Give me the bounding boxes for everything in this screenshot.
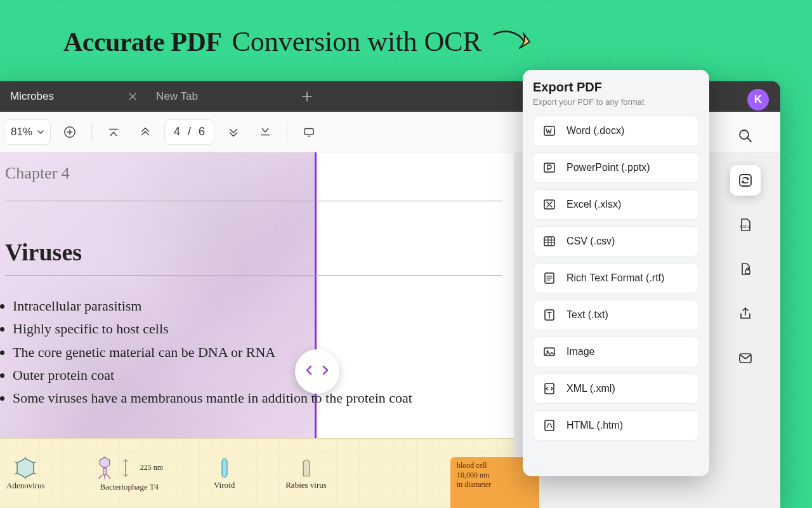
pdfa-button[interactable]: PDF/A: [730, 210, 761, 240]
svg-line-13: [107, 474, 110, 478]
svg-text:PDF/A: PDF/A: [740, 225, 751, 229]
export-option-html[interactable]: HTML (.htm): [533, 410, 699, 441]
excel-icon: [542, 197, 556, 211]
list-item: Outer protein coat: [13, 364, 502, 387]
export-list: Word (.docx) PowerPoint (.pptx) Excel (.…: [533, 116, 699, 441]
list-item: Highly specific to host cells: [13, 318, 502, 340]
svg-line-8: [15, 462, 17, 463]
svg-rect-19: [544, 237, 554, 246]
diagram-strip: Adenovirus 225 nm Bacteriophage T4 Viroi…: [0, 438, 514, 508]
diagram-rabies: Rabies virus: [285, 457, 327, 490]
diagram-viroid: Viroid: [214, 457, 235, 490]
share-button[interactable]: [730, 298, 761, 329]
next-page-button[interactable]: [221, 119, 246, 145]
hero-bold-text: Accurate PDF: [63, 27, 221, 57]
convert-button[interactable]: [730, 165, 761, 196]
avatar-letter: K: [754, 93, 762, 106]
mail-button[interactable]: [730, 343, 761, 373]
zoom-value: 81%: [11, 126, 32, 138]
page-separator: /: [188, 125, 191, 138]
svg-rect-27: [740, 175, 751, 186]
export-option-word[interactable]: Word (.docx): [533, 116, 699, 146]
export-option-image[interactable]: Image: [533, 337, 699, 367]
svg-marker-2: [17, 458, 34, 478]
svg-rect-25: [545, 420, 554, 431]
first-page-button[interactable]: [101, 119, 126, 145]
diagram-bacteriophage: 225 nm Bacteriophage T4: [96, 455, 163, 492]
export-option-label: Rich Text Format (.rtf): [566, 272, 664, 284]
svg-rect-29: [745, 270, 750, 274]
diagram-label: Rabies virus: [285, 480, 327, 490]
export-title: Export PDF: [533, 80, 699, 95]
export-option-label: XML (.xml): [566, 383, 615, 394]
export-option-powerpoint[interactable]: PowerPoint (.pptx): [533, 152, 699, 183]
chevron-right-icon: [319, 364, 331, 378]
tab-new[interactable]: New Tab: [146, 81, 292, 112]
dimension-label: 225 nm: [140, 463, 163, 472]
card-line: blood cell: [457, 461, 533, 471]
total-pages: 6: [199, 125, 205, 138]
svg-point-23: [547, 351, 549, 352]
export-option-text[interactable]: Text (.txt): [533, 300, 699, 330]
svg-rect-15: [222, 458, 227, 477]
zoom-dropdown[interactable]: 81%: [4, 119, 51, 145]
prev-page-button[interactable]: [133, 119, 158, 145]
svg-line-5: [34, 473, 36, 474]
curved-arrow-icon: [492, 27, 535, 57]
divider: [91, 123, 92, 141]
export-panel: Export PDF Export your PDF to any format…: [523, 70, 709, 476]
list-item: The core genetic material can be DNA or …: [13, 341, 502, 364]
export-option-rtf[interactable]: Rich Text Format (.rtf): [533, 263, 699, 293]
avatar[interactable]: K: [747, 89, 769, 110]
export-option-label: Word (.docx): [566, 125, 624, 137]
powerpoint-icon: [542, 161, 556, 175]
export-option-label: Text (.txt): [566, 309, 608, 321]
export-subtitle: Export your PDF to any format: [533, 97, 699, 107]
last-page-button[interactable]: [252, 119, 278, 145]
word-icon: [542, 124, 556, 138]
csv-icon: [542, 234, 556, 248]
page: Chapter 4 Viruses Intracellular parasiti…: [0, 152, 514, 508]
export-option-label: CSV (.csv): [566, 236, 615, 247]
rtf-icon: [542, 271, 556, 285]
section-heading: Viruses: [5, 238, 502, 276]
zoom-in-button[interactable]: [57, 119, 82, 145]
protect-button[interactable]: [730, 254, 761, 284]
chevron-left-icon: [304, 364, 315, 378]
search-button[interactable]: [730, 121, 761, 151]
tab-microbes[interactable]: Microbes: [0, 81, 146, 112]
export-option-label: PowerPoint (.pptx): [566, 162, 650, 173]
svg-rect-1: [304, 128, 314, 134]
divider: [287, 123, 287, 141]
new-tab-button[interactable]: [292, 81, 322, 112]
tab-label: Microbes: [10, 90, 54, 103]
diagram-label: Viroid: [214, 480, 235, 490]
chevron-down-icon: [37, 129, 44, 135]
hero-title: Accurate PDF Conversion with OCR: [63, 25, 535, 58]
export-option-xml[interactable]: XML (.xml): [533, 373, 699, 404]
compare-slider-handle[interactable]: [295, 349, 339, 394]
chapter-heading: Chapter 4: [5, 164, 502, 201]
card-line: 10,000 nm: [457, 471, 533, 480]
close-icon[interactable]: [128, 92, 137, 101]
diagram-label: Bacteriophage T4: [100, 482, 159, 492]
list-item: Some viruses have a membranous mantle in…: [13, 387, 502, 410]
bullet-list: Intracellular parasitism Highly specific…: [5, 295, 502, 410]
card-line: in diameter: [457, 480, 533, 490]
image-icon: [542, 345, 556, 359]
export-option-label: HTML (.htm): [566, 420, 623, 431]
svg-marker-9: [100, 457, 110, 467]
hero-script-text: Conversion with OCR: [232, 25, 481, 58]
text-icon: [542, 308, 556, 322]
presentation-mode-button[interactable]: [296, 119, 322, 145]
export-option-csv[interactable]: CSV (.csv): [533, 226, 699, 257]
svg-line-11: [98, 474, 102, 478]
export-option-excel[interactable]: Excel (.xlsx): [533, 189, 699, 220]
page-indicator[interactable]: 4 / 6: [164, 119, 214, 145]
svg-rect-10: [103, 468, 106, 475]
svg-line-7: [15, 473, 17, 474]
diagram-label: Adenovirus: [6, 481, 45, 491]
export-option-label: Excel (.xlsx): [566, 199, 621, 210]
right-rail: PDF/A: [723, 121, 768, 373]
current-page: 4: [174, 125, 180, 138]
